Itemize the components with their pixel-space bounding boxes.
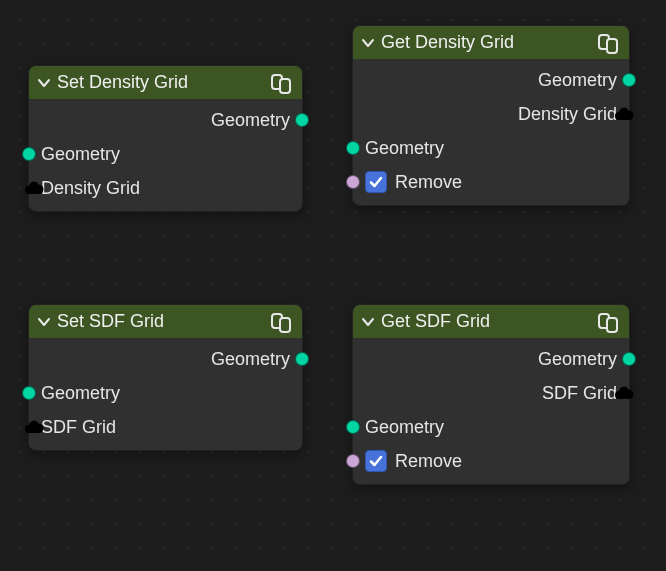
node-header[interactable]: Get SDF Grid bbox=[353, 305, 629, 338]
chevron-down-icon[interactable] bbox=[361, 315, 375, 329]
swap-icon[interactable] bbox=[597, 311, 619, 333]
node-header[interactable]: Set SDF Grid bbox=[29, 305, 302, 338]
output-row-geometry: Geometry bbox=[353, 342, 629, 376]
socket-geometry-output[interactable] bbox=[622, 352, 636, 366]
swap-icon[interactable] bbox=[270, 311, 292, 333]
chevron-down-icon[interactable] bbox=[37, 315, 51, 329]
socket-bool-input[interactable] bbox=[346, 454, 360, 468]
node-set-sdf-grid[interactable]: Set SDF Grid Geometry Geometry SDF Grid bbox=[28, 304, 303, 451]
socket-geometry-output[interactable] bbox=[622, 73, 636, 87]
input-label: SDF Grid bbox=[41, 417, 116, 438]
socket-grid-input[interactable] bbox=[22, 416, 44, 438]
swap-icon[interactable] bbox=[270, 72, 292, 94]
chevron-down-icon[interactable] bbox=[361, 36, 375, 50]
input-row-sdf-grid: SDF Grid bbox=[29, 410, 302, 444]
output-row-density-grid: Density Grid bbox=[353, 97, 629, 131]
node-get-sdf-grid[interactable]: Get SDF Grid Geometry SDF Grid Geometry … bbox=[352, 304, 630, 485]
output-label: Geometry bbox=[538, 349, 617, 370]
remove-checkbox[interactable] bbox=[365, 450, 387, 472]
chevron-down-icon[interactable] bbox=[37, 76, 51, 90]
socket-grid-input[interactable] bbox=[22, 177, 44, 199]
swap-icon[interactable] bbox=[597, 32, 619, 54]
input-row-geometry: Geometry bbox=[29, 376, 302, 410]
socket-geometry-input[interactable] bbox=[22, 386, 36, 400]
node-title: Get SDF Grid bbox=[381, 311, 591, 332]
input-row-geometry: Geometry bbox=[353, 131, 629, 165]
input-row-geometry: Geometry bbox=[353, 410, 629, 444]
node-set-density-grid[interactable]: Set Density Grid Geometry Geometry Densi… bbox=[28, 65, 303, 212]
node-get-density-grid[interactable]: Get Density Grid Geometry Density Grid G… bbox=[352, 25, 630, 206]
input-row-remove: Remove bbox=[353, 165, 629, 199]
socket-geometry-input[interactable] bbox=[346, 141, 360, 155]
node-title: Set Density Grid bbox=[57, 72, 264, 93]
input-label: Geometry bbox=[365, 138, 444, 159]
output-row-geometry: Geometry bbox=[29, 342, 302, 376]
input-label: Geometry bbox=[41, 383, 120, 404]
socket-geometry-input[interactable] bbox=[22, 147, 36, 161]
socket-bool-input[interactable] bbox=[346, 175, 360, 189]
input-row-density-grid: Density Grid bbox=[29, 171, 302, 205]
input-label: Density Grid bbox=[41, 178, 140, 199]
node-body: Geometry Geometry SDF Grid bbox=[29, 338, 302, 450]
node-body: Geometry Geometry Density Grid bbox=[29, 99, 302, 211]
node-header[interactable]: Get Density Grid bbox=[353, 26, 629, 59]
output-label: Geometry bbox=[211, 110, 290, 131]
node-header[interactable]: Set Density Grid bbox=[29, 66, 302, 99]
output-label: SDF Grid bbox=[542, 383, 617, 404]
output-row-geometry: Geometry bbox=[29, 103, 302, 137]
input-row-geometry: Geometry bbox=[29, 137, 302, 171]
node-body: Geometry SDF Grid Geometry Remove bbox=[353, 338, 629, 484]
socket-geometry-output[interactable] bbox=[295, 352, 309, 366]
output-row-geometry: Geometry bbox=[353, 63, 629, 97]
output-row-sdf-grid: SDF Grid bbox=[353, 376, 629, 410]
socket-grid-output[interactable] bbox=[612, 103, 634, 125]
node-body: Geometry Density Grid Geometry Remove bbox=[353, 59, 629, 205]
input-label: Remove bbox=[395, 451, 462, 472]
node-title: Get Density Grid bbox=[381, 32, 591, 53]
output-label: Geometry bbox=[211, 349, 290, 370]
output-label: Geometry bbox=[538, 70, 617, 91]
input-label: Remove bbox=[395, 172, 462, 193]
node-title: Set SDF Grid bbox=[57, 311, 264, 332]
socket-grid-output[interactable] bbox=[612, 382, 634, 404]
input-row-remove: Remove bbox=[353, 444, 629, 478]
remove-checkbox[interactable] bbox=[365, 171, 387, 193]
input-label: Geometry bbox=[365, 417, 444, 438]
input-label: Geometry bbox=[41, 144, 120, 165]
socket-geometry-output[interactable] bbox=[295, 113, 309, 127]
socket-geometry-input[interactable] bbox=[346, 420, 360, 434]
output-label: Density Grid bbox=[518, 104, 617, 125]
